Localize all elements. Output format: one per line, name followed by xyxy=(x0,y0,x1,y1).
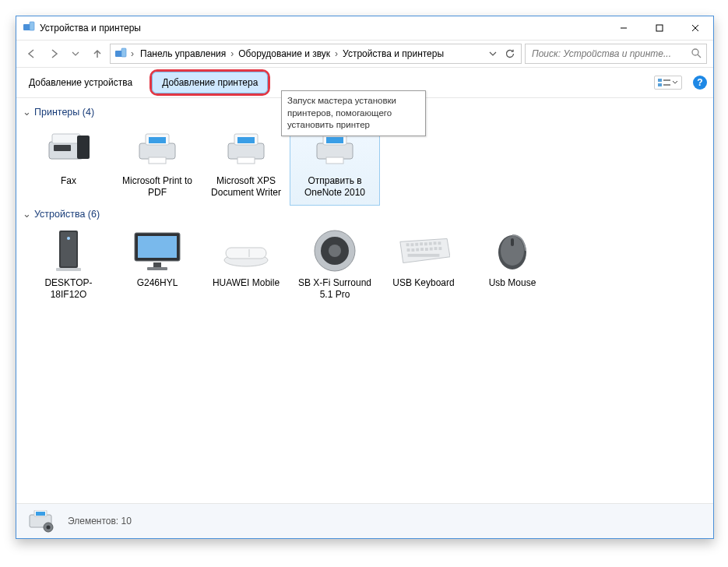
chevron-down-icon: ⌄ xyxy=(23,208,31,220)
svg-rect-25 xyxy=(237,157,255,164)
modem-icon xyxy=(220,229,273,273)
status-text: Элементов: 10 xyxy=(68,516,132,526)
svg-point-8 xyxy=(692,49,698,55)
svg-rect-55 xyxy=(420,248,424,251)
item-label: Microsoft XPS Document Writer xyxy=(205,175,287,199)
device-item-keyboard[interactable]: USB Keyboard xyxy=(379,224,468,307)
svg-rect-44 xyxy=(406,243,410,246)
group-title: Устройства (6) xyxy=(34,209,100,220)
item-label: G246HYL xyxy=(137,277,178,289)
add-device-button[interactable]: Добавление устройства xyxy=(23,74,139,91)
search-input[interactable] xyxy=(530,48,691,60)
svg-rect-7 xyxy=(121,48,126,57)
svg-rect-59 xyxy=(438,247,441,250)
svg-rect-53 xyxy=(411,248,414,252)
printer-icon xyxy=(131,127,184,171)
device-item-ms-print-pdf[interactable]: Microsoft Print to PDF xyxy=(113,122,202,205)
group-title: Принтеры (4) xyxy=(34,107,94,118)
svg-rect-51 xyxy=(438,241,441,245)
address-dropdown-button[interactable] xyxy=(485,46,501,62)
device-item-desktop[interactable]: DESKTOP-18IF12O xyxy=(24,224,113,307)
svg-rect-63 xyxy=(511,238,514,246)
breadcrumb-segment[interactable]: Оборудование и звук xyxy=(235,48,333,59)
svg-rect-11 xyxy=(658,83,662,86)
group-header-devices[interactable]: ⌄ Устройства (6) xyxy=(23,208,705,220)
svg-rect-58 xyxy=(434,247,438,250)
refresh-button[interactable] xyxy=(502,46,518,62)
chevron-right-icon: › xyxy=(333,48,339,59)
devices-grid: DESKTOP-18IF12O G246HYL HUAWEI Mobile xyxy=(24,224,705,307)
statusbar-icon xyxy=(27,509,57,534)
add-printer-button[interactable]: Добавление принтера xyxy=(152,72,268,93)
device-item-huawei-mobile[interactable]: HUAWEI Mobile xyxy=(202,224,290,307)
maximize-button[interactable] xyxy=(642,16,677,40)
svg-rect-24 xyxy=(237,137,255,143)
svg-rect-17 xyxy=(54,145,71,151)
item-label: Fax xyxy=(61,175,76,187)
device-item-monitor[interactable]: G246HYL xyxy=(113,224,202,307)
keyboard-icon xyxy=(397,229,450,273)
svg-rect-47 xyxy=(420,242,423,245)
item-label: Usb Mouse xyxy=(489,277,536,289)
breadcrumb-segment[interactable]: Панель управления xyxy=(137,48,229,59)
device-item-mouse[interactable]: Usb Mouse xyxy=(468,224,557,307)
svg-rect-35 xyxy=(138,236,177,258)
breadcrumb: Панель управления › Оборудование и звук … xyxy=(137,48,447,59)
svg-rect-33 xyxy=(56,268,81,271)
forward-button[interactable] xyxy=(44,44,63,63)
content-area: ⌄ Принтеры (4) Fax Microsoft Print to PD… xyxy=(16,98,713,503)
device-item-soundcard[interactable]: SB X-Fi Surround 5.1 Pro xyxy=(290,224,379,307)
svg-rect-1 xyxy=(30,22,34,30)
title-text: Устройства и принтеры xyxy=(40,23,141,33)
search-box[interactable] xyxy=(525,44,707,64)
add-printer-tooltip: Запуск мастера установки принтеров, помо… xyxy=(281,90,426,136)
svg-rect-15 xyxy=(52,134,80,143)
mouse-icon xyxy=(486,229,539,273)
back-button[interactable] xyxy=(23,44,41,63)
monitor-icon xyxy=(131,229,184,273)
svg-rect-50 xyxy=(434,241,437,245)
chevron-down-icon xyxy=(672,79,678,86)
svg-rect-21 xyxy=(149,157,166,164)
svg-rect-60 xyxy=(408,254,440,257)
svg-rect-45 xyxy=(410,243,413,246)
item-label: Отправить в OneNote 2010 xyxy=(294,175,376,199)
device-item-fax[interactable]: Fax xyxy=(24,122,113,205)
computer-icon xyxy=(42,229,95,273)
minimize-button[interactable] xyxy=(606,16,642,40)
statusbar: Элементов: 10 xyxy=(16,503,713,538)
svg-point-68 xyxy=(47,526,51,530)
add-printer-highlight: Добавление принтера xyxy=(149,69,270,96)
recent-locations-button[interactable] xyxy=(66,44,85,63)
address-icon xyxy=(114,48,128,60)
svg-rect-26 xyxy=(317,143,353,159)
svg-rect-36 xyxy=(153,262,161,267)
device-item-ms-xps-writer[interactable]: Microsoft XPS Document Writer xyxy=(202,122,290,205)
search-icon xyxy=(691,48,702,61)
svg-point-43 xyxy=(329,245,341,257)
fax-icon xyxy=(42,127,95,171)
chevron-right-icon: › xyxy=(229,48,235,59)
item-label: DESKTOP-18IF12O xyxy=(27,277,110,301)
address-bar[interactable]: › Панель управления › Оборудование и зву… xyxy=(110,44,522,64)
up-button[interactable] xyxy=(88,44,107,63)
svg-rect-10 xyxy=(658,79,662,82)
close-button[interactable] xyxy=(677,16,713,40)
svg-rect-48 xyxy=(424,242,427,245)
titlebar-icon xyxy=(23,21,35,36)
svg-rect-54 xyxy=(416,248,419,252)
svg-point-32 xyxy=(67,237,70,240)
svg-rect-22 xyxy=(228,143,264,159)
printer-icon xyxy=(220,127,273,171)
view-options-button[interactable] xyxy=(654,76,682,90)
item-label: Microsoft Print to PDF xyxy=(116,175,199,199)
item-label: USB Keyboard xyxy=(392,277,454,289)
svg-rect-52 xyxy=(407,248,410,252)
chevron-right-icon: › xyxy=(129,48,135,59)
svg-rect-66 xyxy=(36,512,45,516)
help-button[interactable]: ? xyxy=(693,76,707,90)
breadcrumb-segment[interactable]: Устройства и принтеры xyxy=(339,48,447,59)
svg-rect-57 xyxy=(430,248,433,251)
toolbar: Добавление устройства Добавление принтер… xyxy=(16,68,713,98)
svg-rect-16 xyxy=(77,136,90,159)
